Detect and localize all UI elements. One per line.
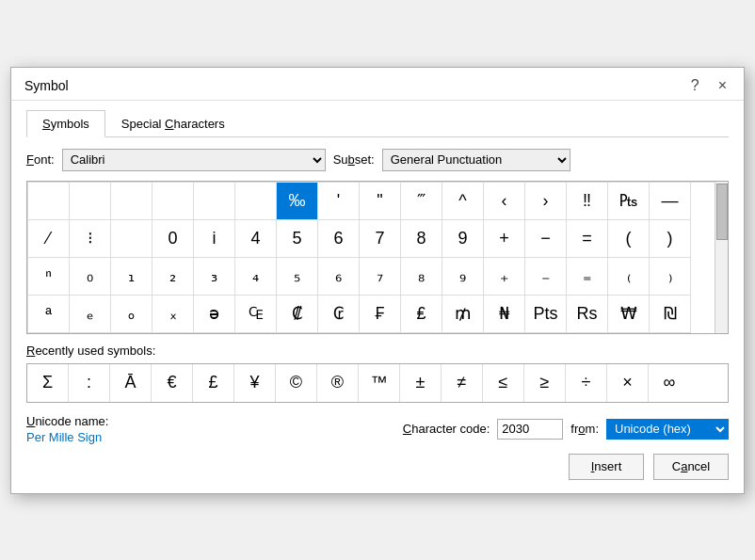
symbol-cell[interactable]: Rs bbox=[567, 296, 608, 333]
symbol-cell[interactable]: ‹ bbox=[484, 183, 525, 220]
recently-used-cell[interactable]: ¥ bbox=[234, 364, 276, 402]
symbol-cell[interactable]: ₀ bbox=[70, 258, 111, 296]
subset-select[interactable]: General Punctuation bbox=[382, 149, 570, 171]
symbol-cell[interactable]: ( bbox=[608, 220, 650, 258]
symbol-cell[interactable] bbox=[70, 183, 111, 220]
from-select[interactable]: Unicode (hex) bbox=[606, 419, 729, 440]
symbol-cell[interactable]: 8 bbox=[401, 220, 442, 258]
symbol-cell[interactable] bbox=[111, 220, 153, 258]
symbol-cell[interactable]: ₧ bbox=[608, 183, 650, 220]
symbol-cell[interactable]: — bbox=[650, 183, 691, 220]
recently-used-cell[interactable]: ∞ bbox=[649, 364, 690, 402]
symbol-cell[interactable]: 6 bbox=[318, 220, 360, 258]
recently-used-cell[interactable]: ® bbox=[317, 364, 359, 402]
symbol-cell[interactable]: ₣ bbox=[360, 296, 401, 333]
symbol-cell[interactable]: ₁ bbox=[111, 258, 153, 296]
symbol-cell[interactable]: ₌ bbox=[567, 258, 608, 296]
recently-used-cell[interactable]: € bbox=[152, 364, 193, 402]
symbol-cell[interactable]: ⁝ bbox=[70, 220, 111, 258]
symbol-cell[interactable]: ₩ bbox=[608, 296, 650, 333]
recently-used-cell[interactable]: ± bbox=[400, 364, 442, 402]
recently-used-cell[interactable]: Ā bbox=[110, 364, 152, 402]
unicode-name-label: Unicode name: bbox=[26, 414, 108, 428]
recently-used-cell[interactable]: ≠ bbox=[442, 364, 483, 402]
symbol-cell[interactable]: ₑ bbox=[70, 296, 111, 333]
symbol-cell[interactable]: ₓ bbox=[153, 296, 194, 333]
recently-used-cell[interactable]: Σ bbox=[27, 364, 69, 402]
symbol-cell[interactable] bbox=[194, 183, 235, 220]
recently-used-cell[interactable]: ™ bbox=[359, 364, 400, 402]
symbol-cell[interactable]: − bbox=[525, 220, 567, 258]
symbol-dialog: Symbol ? × Symbols Special Characters Fo… bbox=[10, 67, 745, 494]
symbol-cell[interactable]: 4 bbox=[235, 220, 277, 258]
tab-symbols[interactable]: Symbols bbox=[26, 110, 105, 137]
symbol-cell[interactable]: ₦ bbox=[484, 296, 525, 333]
button-row: Insert Cancel bbox=[26, 454, 729, 480]
symbol-cell[interactable]: ª bbox=[28, 296, 70, 333]
symbol-cell[interactable]: ə bbox=[194, 296, 235, 333]
symbol-cell[interactable]: 7 bbox=[360, 220, 401, 258]
symbol-cell[interactable] bbox=[153, 183, 194, 220]
symbol-cell[interactable]: ₎ bbox=[650, 258, 691, 296]
symbol-cell[interactable]: i bbox=[194, 220, 235, 258]
symbol-cell[interactable]: ⁿ bbox=[28, 258, 70, 296]
recently-used-cell[interactable]: ≤ bbox=[483, 364, 524, 402]
symbol-cell[interactable]: ₃ bbox=[194, 258, 235, 296]
symbol-cell[interactable]: ₡ bbox=[277, 296, 318, 333]
symbol-cell[interactable]: 5 bbox=[277, 220, 318, 258]
symbol-cell[interactable]: 9 bbox=[442, 220, 484, 258]
symbol-cell[interactable]: + bbox=[484, 220, 525, 258]
recently-used-cell[interactable]: £ bbox=[193, 364, 234, 402]
dialog-title: Symbol bbox=[24, 78, 69, 93]
symbol-cell[interactable]: ₒ bbox=[111, 296, 153, 333]
char-code-input[interactable] bbox=[497, 419, 563, 440]
symbol-cell[interactable]: ₢ bbox=[318, 296, 360, 333]
close-button[interactable]: × bbox=[715, 77, 731, 94]
symbol-cell-selected[interactable]: ‰ bbox=[277, 183, 318, 220]
symbol-cell[interactable]: ₊ bbox=[484, 258, 525, 296]
symbol-cell[interactable]: " bbox=[360, 183, 401, 220]
recently-used-cell[interactable]: ÷ bbox=[566, 364, 607, 402]
symbol-cell[interactable]: 0 bbox=[153, 220, 194, 258]
symbol-cell[interactable]: ₋ bbox=[525, 258, 567, 296]
grid-scrollbar[interactable] bbox=[715, 182, 728, 333]
symbol-cell[interactable]: Pts bbox=[525, 296, 567, 333]
tab-bar: Symbols Special Characters bbox=[26, 110, 729, 137]
insert-button[interactable]: Insert bbox=[569, 454, 644, 480]
symbol-cell[interactable] bbox=[111, 183, 153, 220]
font-select[interactable]: Calibri bbox=[62, 149, 326, 171]
symbol-cell[interactable]: ₂ bbox=[153, 258, 194, 296]
symbol-cell[interactable]: ₥ bbox=[442, 296, 484, 333]
symbol-cell[interactable]: ^ bbox=[442, 183, 484, 220]
symbol-cell[interactable]: ‼ bbox=[567, 183, 608, 220]
symbol-cell[interactable] bbox=[235, 183, 277, 220]
tab-special-characters[interactable]: Special Characters bbox=[105, 110, 241, 137]
symbol-cell[interactable]: › bbox=[525, 183, 567, 220]
symbol-cell[interactable]: ₆ bbox=[318, 258, 360, 296]
recently-used-cell[interactable]: : bbox=[69, 364, 110, 402]
symbol-cell[interactable]: ₠ bbox=[235, 296, 277, 333]
symbol-cell[interactable]: ₇ bbox=[360, 258, 401, 296]
symbol-cell[interactable]: ₈ bbox=[401, 258, 442, 296]
symbol-cell[interactable]: = bbox=[567, 220, 608, 258]
recently-used-cell[interactable]: ≥ bbox=[524, 364, 566, 402]
symbol-cell[interactable]: ₉ bbox=[442, 258, 484, 296]
symbol-cell[interactable]: ₅ bbox=[277, 258, 318, 296]
symbol-cell[interactable]: ‴ bbox=[401, 183, 442, 220]
help-button[interactable]: ? bbox=[687, 77, 703, 94]
recently-used-cell[interactable]: × bbox=[607, 364, 649, 402]
title-bar-controls: ? × bbox=[687, 77, 731, 94]
recently-used-cell[interactable]: © bbox=[276, 364, 317, 402]
symbol-cell[interactable]: ∕ bbox=[28, 220, 70, 258]
dialog-body: Symbols Special Characters Font: Calibri… bbox=[11, 101, 744, 493]
scrollbar-thumb[interactable] bbox=[716, 184, 728, 240]
symbol-cell[interactable] bbox=[28, 183, 70, 220]
symbol-cell[interactable]: ₄ bbox=[235, 258, 277, 296]
symbol-cell[interactable]: ) bbox=[650, 220, 691, 258]
symbol-cell[interactable]: ₤ bbox=[401, 296, 442, 333]
symbol-cell[interactable]: ' bbox=[318, 183, 360, 220]
symbol-grid-container: ‰ ' " ‴ ^ ‹ › ‼ ₧ — ∕ ⁝ 0 i 4 5 6 7 8 bbox=[26, 181, 729, 334]
cancel-button[interactable]: Cancel bbox=[653, 454, 729, 480]
symbol-cell[interactable]: ₪ bbox=[650, 296, 691, 333]
symbol-cell[interactable]: ₍ bbox=[608, 258, 650, 296]
